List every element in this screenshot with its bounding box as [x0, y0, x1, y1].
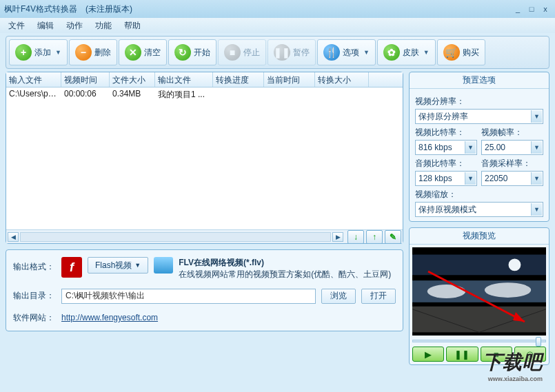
- preview-panel: 视频预览: [409, 227, 549, 365]
- clear-button[interactable]: ✕清空: [119, 39, 167, 65]
- chevron-down-icon: ▼: [423, 49, 430, 56]
- resolution-select[interactable]: 保持原分辨率▼: [415, 109, 543, 124]
- maximize-button[interactable]: □: [526, 4, 537, 14]
- scroll-left-button[interactable]: ◀: [8, 232, 19, 242]
- toolbar-icon: ↻: [174, 44, 191, 61]
- scroll-track[interactable]: [20, 232, 331, 242]
- toolbar-icon: 🛒: [443, 44, 460, 61]
- titlebar: 枫叶F4V格式转换器 (未注册版本) _ □ x: [0, 0, 555, 18]
- chevron-down-icon: ▼: [363, 49, 370, 56]
- app-title: 枫叶F4V格式转换器: [4, 3, 77, 15]
- menu-help[interactable]: 帮助: [119, 19, 146, 33]
- reg-status: (未注册版本): [85, 3, 132, 15]
- open-button[interactable]: 打开: [361, 289, 396, 304]
- framerate-select[interactable]: 25.00▼: [481, 140, 543, 155]
- slider-thumb[interactable]: [536, 337, 541, 347]
- table-row[interactable]: C:\Users\pc\... 00:00:06 0.34MB 我的项目1 ..…: [6, 87, 403, 101]
- preview-area[interactable]: [412, 247, 546, 336]
- add-button[interactable]: +添加▼: [9, 39, 68, 65]
- minimize-button[interactable]: _: [512, 4, 523, 14]
- pause-preview-button[interactable]: ❚❚: [446, 347, 478, 362]
- svg-point-5: [485, 282, 531, 298]
- edit-button[interactable]: ✎: [385, 230, 401, 244]
- start-button[interactable]: ↻开始: [168, 39, 216, 65]
- toolbar-icon: ✿: [383, 44, 400, 61]
- output-panel: 输出格式： f Flash视频▼ FLV在线网络视频(*.flv) 在线视频网站…: [6, 249, 403, 331]
- folder-icon: [154, 257, 173, 274]
- output-dir-label: 输出目录：: [13, 290, 56, 302]
- scale-label: 视频缩放：: [415, 189, 543, 200]
- toolbar: +添加▼−删除✕清空↻开始■停止❚❚暂停🍴选项▼✿皮肤▼🛒购买: [6, 36, 549, 69]
- chevron-down-icon: ▼: [531, 172, 542, 185]
- grid-header: 输入文件 视频时间 文件大小 输出文件 转换进度 当前时间 转换大小: [6, 72, 403, 87]
- chevron-down-icon: ▼: [531, 203, 542, 216]
- chevron-down-icon: ▼: [55, 49, 61, 56]
- vbr-label: 视频比特率：: [415, 127, 477, 138]
- menu-function[interactable]: 功能: [90, 19, 117, 33]
- grid-hscroll: ◀ ▶ ↓ ↑ ✎: [6, 229, 403, 243]
- toolbar-icon: ❚❚: [274, 44, 290, 61]
- format-description: FLV在线网络视频(*.flv) 在线视频网站常用的视频预置方案如(优酷、酷六、…: [179, 257, 391, 280]
- output-format-button[interactable]: Flash视频▼: [88, 257, 148, 274]
- toolbar-icon: +: [15, 44, 32, 61]
- toolbar-icon: ✕: [125, 44, 141, 61]
- site-label: 软件网站：: [13, 312, 56, 324]
- stop-button: ■停止: [218, 39, 266, 65]
- video-bitrate-select[interactable]: 816 kbps▼: [415, 140, 477, 155]
- close-button[interactable]: x: [540, 4, 551, 14]
- pause-button: ❚❚暂停: [268, 39, 316, 65]
- chevron-down-icon: ▼: [531, 141, 542, 154]
- menu-file[interactable]: 文件: [3, 19, 30, 33]
- res-label: 视频分辨率：: [415, 96, 543, 107]
- chevron-down-icon: ▼: [465, 172, 476, 185]
- scroll-right-button[interactable]: ▶: [332, 232, 343, 242]
- preset-panel: 预置选项 视频分辨率： 保持原分辨率▼ 视频比特率： 816 kbps▼ 视频帧…: [409, 72, 549, 222]
- asr-label: 音频采样率：: [481, 158, 543, 169]
- audio-samplerate-select[interactable]: 22050▼: [481, 171, 543, 186]
- move-down-button[interactable]: ↓: [347, 230, 364, 244]
- svg-rect-6: [412, 307, 546, 333]
- move-up-button[interactable]: ↑: [366, 230, 383, 244]
- chevron-down-icon: ▼: [531, 110, 542, 123]
- svg-rect-1: [412, 255, 546, 276]
- file-grid-panel: 输入文件 视频时间 文件大小 输出文件 转换进度 当前时间 转换大小 C:\Us…: [6, 72, 403, 244]
- preview-title: 视频预览: [410, 228, 549, 245]
- fps-label: 视频帧率：: [481, 127, 543, 138]
- preset-title: 预置选项: [410, 72, 549, 89]
- svg-point-2: [509, 258, 521, 271]
- play-button[interactable]: ▶: [412, 347, 444, 362]
- watermark: 下载吧 www.xiazaiba.com: [483, 349, 543, 382]
- svg-point-4: [427, 285, 465, 298]
- browse-button[interactable]: 浏览: [321, 289, 356, 304]
- flash-icon: f: [61, 257, 82, 278]
- output-format-label: 输出格式：: [13, 257, 56, 273]
- scale-select[interactable]: 保持原视频模式▼: [415, 202, 543, 217]
- toolbar-icon: −: [75, 44, 92, 61]
- buy-button[interactable]: 🛒购买: [437, 39, 485, 65]
- menu-edit[interactable]: 编辑: [32, 19, 59, 33]
- abr-label: 音频比特率：: [415, 158, 477, 169]
- audio-bitrate-select[interactable]: 128 kbps▼: [415, 171, 477, 186]
- chevron-down-icon: ▼: [465, 141, 476, 154]
- toolbar-icon: ■: [224, 44, 241, 61]
- options-button[interactable]: 🍴选项▼: [317, 39, 376, 65]
- menubar: 文件 编辑 动作 功能 帮助: [0, 18, 555, 33]
- site-link[interactable]: http://www.fengyesoft.com: [61, 313, 158, 322]
- preview-slider[interactable]: [412, 340, 546, 342]
- menu-action[interactable]: 动作: [61, 19, 88, 33]
- grid-body[interactable]: C:\Users\pc\... 00:00:06 0.34MB 我的项目1 ..…: [6, 87, 403, 229]
- delete-button[interactable]: −删除: [69, 39, 117, 65]
- skin-button[interactable]: ✿皮肤▼: [377, 39, 436, 65]
- output-dir-input[interactable]: [61, 289, 316, 304]
- toolbar-icon: 🍴: [323, 44, 340, 61]
